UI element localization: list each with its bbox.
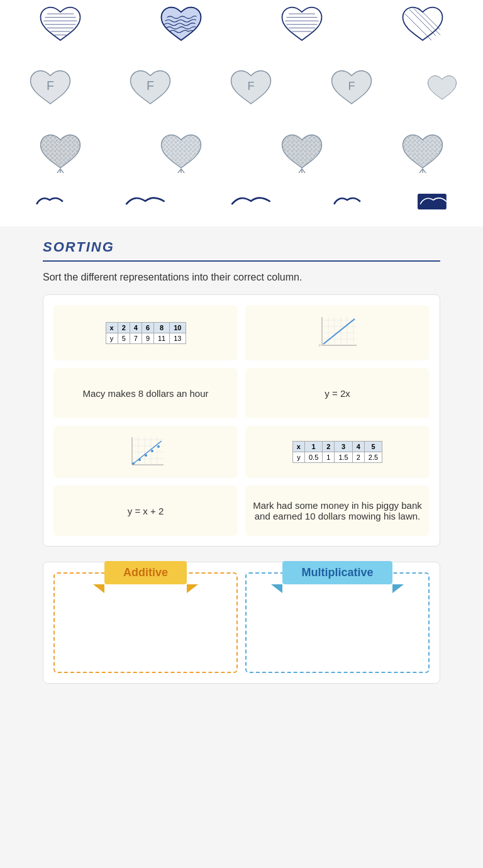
svg-line-13 bbox=[409, 9, 436, 36]
heart-icon bbox=[156, 3, 206, 47]
drop-zone-additive[interactable]: Additive bbox=[53, 572, 238, 673]
bird-icon bbox=[34, 189, 65, 214]
graph-svg-2 bbox=[127, 435, 165, 469]
table-header-x: x bbox=[106, 322, 118, 333]
equation-xplus2: y = x + 2 bbox=[128, 506, 164, 516]
svg-text:F: F bbox=[348, 80, 355, 92]
svg-point-83 bbox=[157, 445, 160, 448]
table-cell: 2 bbox=[323, 442, 335, 452]
heart-icon bbox=[397, 130, 448, 174]
title-divider bbox=[43, 260, 440, 262]
svg-point-82 bbox=[151, 450, 153, 452]
multiplicative-banner: Multiplicative bbox=[282, 561, 392, 584]
heart-icon: F bbox=[226, 67, 276, 111]
svg-line-42 bbox=[297, 169, 302, 173]
card-table1[interactable]: x 2 4 6 8 10 y 5 7 9 11 13 bbox=[53, 305, 238, 360]
table-cell: 9 bbox=[142, 333, 153, 343]
svg-point-81 bbox=[145, 454, 147, 457]
table-cell: 1 bbox=[323, 452, 335, 463]
svg-point-79 bbox=[132, 462, 135, 465]
table-cell: 2 bbox=[352, 452, 364, 463]
heart-icon bbox=[35, 3, 86, 47]
svg-rect-41 bbox=[280, 133, 324, 172]
table-cell: 5 bbox=[118, 333, 130, 343]
table-cell: 1 bbox=[304, 442, 322, 452]
svg-line-26 bbox=[56, 169, 60, 173]
svg-text:F: F bbox=[147, 79, 154, 92]
svg-line-28 bbox=[60, 169, 65, 173]
heart-icon bbox=[426, 67, 458, 111]
table-card-2: x 1 2 3 4 5 y 0.5 1 1.5 2 2.5 bbox=[292, 441, 382, 463]
svg-text:F: F bbox=[47, 79, 54, 92]
sorting-cards-grid: x 2 4 6 8 10 y 5 7 9 11 13 bbox=[43, 294, 440, 547]
heart-icon: F bbox=[125, 67, 175, 111]
table-cell: 11 bbox=[154, 333, 170, 343]
heart-icon bbox=[277, 130, 327, 174]
multiplicative-label: Multiplicative bbox=[301, 566, 373, 579]
svg-line-52 bbox=[423, 169, 427, 173]
svg-line-15 bbox=[414, 8, 440, 35]
graph-svg-1: 0 bbox=[316, 314, 360, 352]
additive-label: Additive bbox=[123, 566, 168, 579]
table-cell: 5 bbox=[364, 442, 382, 452]
svg-point-80 bbox=[138, 459, 141, 461]
table-cell: 7 bbox=[130, 333, 142, 343]
card-text-mark[interactable]: Mark had some money in his piggy bank an… bbox=[245, 486, 430, 536]
instructions-text: Sort the different representations into … bbox=[43, 272, 440, 283]
table-cell: 10 bbox=[170, 322, 186, 333]
page-title: SORTING bbox=[43, 239, 440, 255]
svg-line-66 bbox=[323, 319, 355, 344]
heart-icon bbox=[397, 3, 448, 47]
svg-line-44 bbox=[302, 169, 306, 173]
macy-text: Macy makes 8 dollars an hour bbox=[82, 388, 208, 399]
table-cell: 1.5 bbox=[335, 452, 352, 463]
heart-icon bbox=[156, 130, 206, 174]
table-cell: 4 bbox=[352, 442, 364, 452]
svg-line-16 bbox=[418, 8, 440, 30]
svg-rect-25 bbox=[38, 133, 82, 172]
hearts-background: F F F F bbox=[0, 0, 483, 226]
table-cell: 2.5 bbox=[364, 452, 382, 463]
drop-zone-multiplicative[interactable]: Multiplicative bbox=[245, 572, 430, 673]
card-graph1[interactable]: 0 bbox=[245, 305, 430, 360]
heart-icon bbox=[35, 130, 86, 174]
drop-zones-container: Additive Multiplicative bbox=[43, 562, 440, 684]
svg-line-14 bbox=[405, 14, 431, 40]
card-equation-2x[interactable]: y = 2x bbox=[245, 368, 430, 418]
bird-icon bbox=[418, 189, 449, 214]
multiplicative-banner-wrapper: Multiplicative bbox=[247, 561, 428, 584]
svg-line-36 bbox=[181, 169, 186, 173]
svg-text:0: 0 bbox=[319, 343, 321, 347]
card-table2[interactable]: x 1 2 3 4 5 y 0.5 1 1.5 2 2.5 bbox=[245, 426, 430, 478]
table-cell: 4 bbox=[130, 322, 142, 333]
bird-icon bbox=[226, 189, 276, 214]
table-header-x: x bbox=[292, 442, 304, 452]
table-cell: 13 bbox=[170, 333, 186, 343]
card-equation-xplus2[interactable]: y = x + 2 bbox=[53, 486, 238, 536]
additive-banner: Additive bbox=[104, 561, 187, 584]
bird-icon bbox=[120, 189, 170, 214]
heart-icon bbox=[277, 3, 327, 47]
main-content: SORTING Sort the different representatio… bbox=[0, 226, 483, 868]
table-cell: 6 bbox=[142, 322, 153, 333]
table-card-1: x 2 4 6 8 10 y 5 7 9 11 13 bbox=[106, 322, 186, 344]
mark-text: Mark had some money in his piggy bank an… bbox=[253, 500, 422, 521]
table-cell: 0.5 bbox=[304, 452, 322, 463]
heart-icon: F bbox=[25, 67, 75, 111]
table-header-y: y bbox=[292, 452, 304, 463]
table-cell: 3 bbox=[335, 442, 352, 452]
svg-rect-49 bbox=[401, 133, 445, 172]
svg-rect-33 bbox=[159, 133, 203, 172]
svg-line-34 bbox=[177, 169, 181, 173]
card-text-macy[interactable]: Macy makes 8 dollars an hour bbox=[53, 368, 238, 418]
equation-2x: y = 2x bbox=[325, 388, 350, 399]
svg-line-50 bbox=[418, 169, 423, 173]
bird-icon bbox=[331, 189, 363, 214]
table-header-y: y bbox=[106, 333, 118, 343]
heart-icon: F bbox=[326, 67, 377, 111]
additive-banner-wrapper: Additive bbox=[55, 561, 236, 584]
svg-text:F: F bbox=[247, 80, 254, 92]
table-cell: 2 bbox=[118, 322, 130, 333]
card-graph2[interactable] bbox=[53, 426, 238, 478]
table-cell: 8 bbox=[154, 322, 170, 333]
